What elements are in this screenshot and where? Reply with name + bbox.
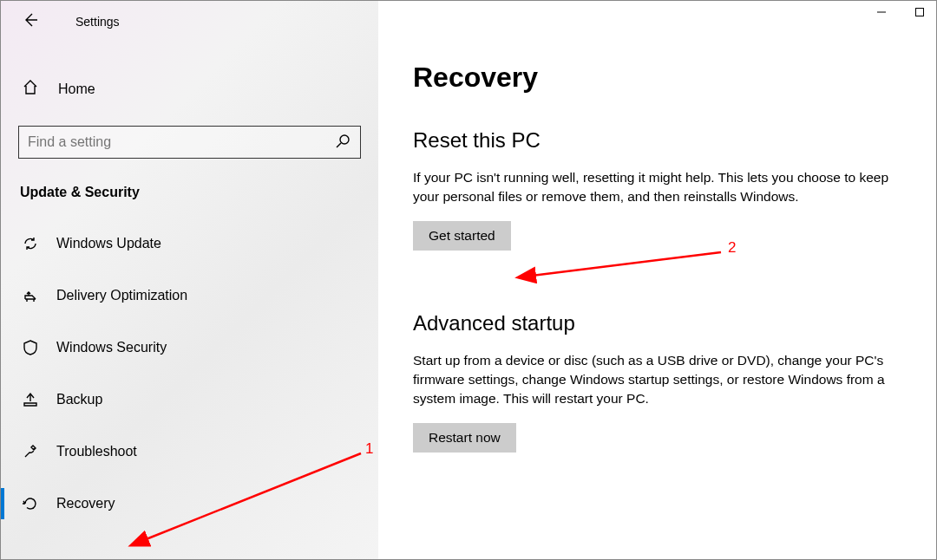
svg-point-0	[340, 135, 349, 144]
sidebar-item-label: Windows Update	[56, 236, 161, 251]
sidebar-item-label: Recovery	[56, 496, 115, 511]
search-input[interactable]	[28, 134, 334, 150]
annotation-label-2: 2	[728, 239, 736, 257]
sidebar-item-recovery[interactable]: Recovery	[1, 478, 378, 530]
window-controls	[875, 6, 926, 20]
sidebar-nav: Windows Update Delivery Optimization Win…	[1, 218, 378, 530]
shield-icon	[22, 339, 39, 356]
titlebar: Settings	[1, 1, 378, 42]
maximize-button[interactable]	[914, 6, 926, 20]
recovery-icon	[22, 495, 39, 512]
reset-heading: Reset this PC	[413, 128, 901, 153]
sidebar-item-label: Troubleshoot	[56, 444, 137, 459]
section-title: Update & Security	[20, 185, 378, 200]
search-icon	[334, 133, 351, 153]
settings-window: Settings Home Update & Security Windows …	[0, 0, 937, 560]
advanced-body: Start up from a device or disc (such as …	[413, 351, 901, 407]
home-icon	[22, 79, 39, 100]
back-icon[interactable]	[22, 11, 39, 33]
advanced-section: Advanced startup Start up from a device …	[413, 311, 901, 453]
sync-icon	[22, 235, 39, 252]
sidebar-item-label: Delivery Optimization	[56, 288, 187, 303]
window-title: Settings	[75, 15, 120, 29]
page-title: Recovery	[413, 62, 901, 94]
delivery-icon	[22, 287, 39, 304]
wrench-icon	[22, 443, 39, 460]
sidebar-item-windows-security[interactable]: Windows Security	[1, 322, 378, 374]
get-started-button[interactable]: Get started	[413, 221, 511, 251]
home-label: Home	[58, 81, 95, 97]
search-box[interactable]	[18, 126, 361, 159]
reset-section: Reset this PC If your PC isn't running w…	[413, 128, 901, 251]
content-pane: Recovery Reset this PC If your PC isn't …	[378, 1, 936, 559]
sidebar-item-windows-update[interactable]: Windows Update	[1, 218, 378, 270]
sidebar-item-delivery-optimization[interactable]: Delivery Optimization	[1, 270, 378, 322]
advanced-heading: Advanced startup	[413, 311, 901, 335]
sidebar-item-troubleshoot[interactable]: Troubleshoot	[1, 426, 378, 478]
svg-rect-1	[916, 9, 924, 16]
reset-body: If your PC isn't running well, resetting…	[413, 168, 901, 205]
home-nav[interactable]: Home	[1, 68, 378, 110]
sidebar: Settings Home Update & Security Windows …	[1, 1, 378, 559]
restart-now-button[interactable]: Restart now	[413, 423, 516, 453]
sidebar-item-label: Windows Security	[56, 340, 167, 355]
minimize-button[interactable]	[875, 6, 888, 20]
sidebar-item-label: Backup	[56, 392, 102, 407]
backup-icon	[22, 391, 39, 408]
sidebar-item-backup[interactable]: Backup	[1, 374, 378, 426]
annotation-label-1: 1	[365, 440, 373, 458]
